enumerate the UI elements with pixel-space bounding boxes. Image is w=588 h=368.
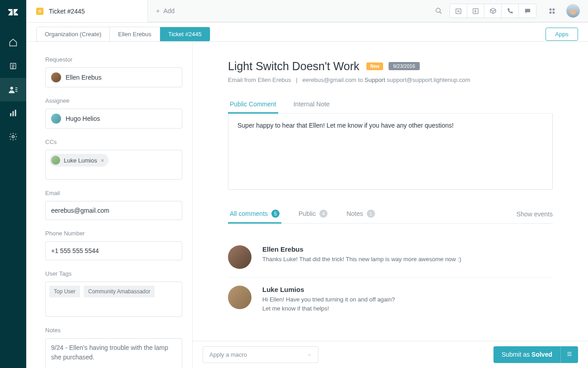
tab-organization[interactable]: Organization (Create) [37, 27, 110, 41]
zendesk-logo-icon [7, 6, 19, 18]
nav-reports[interactable] [0, 101, 26, 125]
tab-requester[interactable]: Ellen Erebus [110, 27, 160, 41]
email-value: eerebus@gmail.com [51, 207, 109, 214]
ticket-properties-panel: Requestor Ellen Erebus Assignee Hugo Hel… [26, 42, 193, 368]
cc-avatar [51, 156, 60, 165]
comment-avatar [228, 286, 251, 309]
bottom-bar: Apply a macro Submit as Solved [193, 341, 588, 368]
plus-icon: + [156, 7, 160, 14]
svg-line-13 [440, 12, 441, 14]
header: n Ticket #2445 + Add [26, 0, 588, 23]
tab-public-comment[interactable]: Public Comment [228, 96, 278, 114]
comment-avatar [228, 245, 251, 269]
submit-menu-button[interactable] [560, 346, 578, 363]
nav-home[interactable] [0, 31, 26, 54]
ticket-meta: Email from Ellen Erebus | eerebus@gmail.… [228, 76, 553, 83]
notes-value: 9/24 - Ellen's having trouble with the l… [51, 343, 176, 362]
add-label: Add [163, 7, 175, 14]
user-avatar[interactable] [566, 4, 580, 18]
svg-rect-5 [15, 87, 18, 88]
add-tab-button[interactable]: + Add [147, 0, 183, 22]
public-count: 4 [319, 210, 327, 218]
conversation-panel: Light Switch Doesn't Work New 9/23/2016 … [193, 42, 588, 368]
notes-label: Notes [45, 327, 182, 334]
comment-type-tabs: Public Comment Internal Note [228, 96, 553, 114]
ticket-status-badge: n [36, 8, 43, 15]
assignee-label: Assignee [45, 97, 182, 104]
calendar-icon[interactable] [450, 4, 467, 18]
tag-chip[interactable]: Top User [49, 286, 80, 297]
ccs-field[interactable]: Luke Lumios × [45, 150, 182, 180]
chat-icon[interactable] [519, 4, 536, 18]
package-icon[interactable] [484, 4, 502, 18]
svg-rect-10 [15, 110, 16, 116]
notes-count: 1 [367, 210, 375, 218]
chevron-up-icon [307, 353, 312, 357]
comment-author: Ellen Erebus [262, 245, 461, 253]
requestor-field[interactable]: Ellen Erebus [45, 67, 182, 87]
comment-item: Ellen Erebus Thanks Luke! That did the t… [228, 237, 553, 277]
show-events-link[interactable]: Show events [517, 206, 553, 222]
svg-point-4 [10, 87, 13, 90]
email-field[interactable]: eerebus@gmail.com [45, 201, 182, 220]
ticket-tab-title: Ticket #2445 [49, 8, 85, 15]
svg-rect-6 [15, 89, 18, 90]
assignee-name: Hugo Helios [66, 115, 100, 122]
svg-rect-18 [549, 11, 551, 13]
cc-chip[interactable]: Luke Lumios × [49, 154, 109, 167]
tag-chip[interactable]: Community Amabassador [84, 286, 155, 297]
search-icon[interactable] [431, 4, 447, 18]
apps-button[interactable]: Apps [545, 28, 578, 41]
macro-label: Apply a macro [209, 351, 247, 358]
tab-ticket[interactable]: Ticket #2445 [160, 27, 210, 41]
filter-all[interactable]: All comments 5 [228, 205, 281, 224]
notes-field[interactable]: 9/24 - Ellen's having trouble with the l… [45, 338, 182, 368]
apps-grid-icon[interactable] [544, 4, 560, 18]
cc-remove-icon[interactable]: × [101, 157, 104, 164]
channel-toolbar [450, 4, 536, 18]
svg-point-11 [12, 136, 14, 138]
header-toolbar [422, 0, 588, 22]
phone-value: +1 555 555 5544 [51, 247, 99, 254]
svg-rect-7 [15, 91, 18, 92]
requestor-label: Requestor [45, 56, 182, 63]
nav-settings[interactable] [0, 125, 26, 148]
menu-icon [566, 351, 573, 357]
ticket-subject: Light Switch Doesn't Work [228, 60, 360, 72]
comment-filter-tabs: All comments 5 Public 4 Notes 1 Show eve [228, 205, 553, 224]
svg-rect-16 [549, 8, 551, 10]
ticket-heading-row: Light Switch Doesn't Work New 9/23/2016 [228, 60, 553, 73]
lightning-icon[interactable] [467, 4, 484, 18]
phone-label: Phone Number [45, 230, 182, 237]
tab-internal-note[interactable]: Internal Note [292, 96, 332, 114]
tags-label: User Tags [45, 270, 182, 277]
comment-textarea[interactable]: Super happy to hear that Ellen! Let me k… [228, 114, 553, 190]
macro-select[interactable]: Apply a macro [203, 346, 318, 363]
assignee-avatar [51, 114, 61, 124]
filter-notes[interactable]: Notes 1 [345, 205, 377, 224]
filter-public[interactable]: Public 4 [297, 205, 329, 224]
phone-icon[interactable] [502, 4, 519, 18]
status-badge: New [366, 62, 383, 70]
svg-rect-17 [552, 8, 554, 10]
assignee-field[interactable]: Hugo Helios [45, 109, 182, 129]
nav-views[interactable] [0, 54, 26, 78]
svg-rect-9 [13, 111, 14, 116]
left-sidebar [0, 0, 26, 368]
comment-text: Hi Ellen! Have you tried turning it on a… [262, 295, 395, 313]
header-ticket-tab[interactable]: n Ticket #2445 [26, 0, 147, 22]
tags-field[interactable]: Top User Community Amabassador [45, 282, 182, 317]
nav-customers[interactable] [0, 78, 26, 101]
requestor-name: Ellen Erebus [66, 74, 101, 81]
all-count: 5 [271, 210, 280, 218]
context-tabs: Organization (Create) Ellen Erebus Ticke… [36, 27, 210, 42]
submit-button[interactable]: Submit as Solved [493, 346, 560, 363]
requestor-avatar [51, 72, 61, 82]
subheader: Organization (Create) Ellen Erebus Ticke… [26, 23, 588, 42]
svg-rect-8 [10, 113, 11, 116]
email-label: Email [45, 190, 182, 196]
phone-field[interactable]: +1 555 555 5544 [45, 241, 182, 260]
comment-item: Luke Lumios Hi Ellen! Have you tried tur… [228, 277, 553, 321]
comment-author: Luke Lumios [262, 286, 395, 293]
cc-name: Luke Lumios [64, 157, 97, 164]
